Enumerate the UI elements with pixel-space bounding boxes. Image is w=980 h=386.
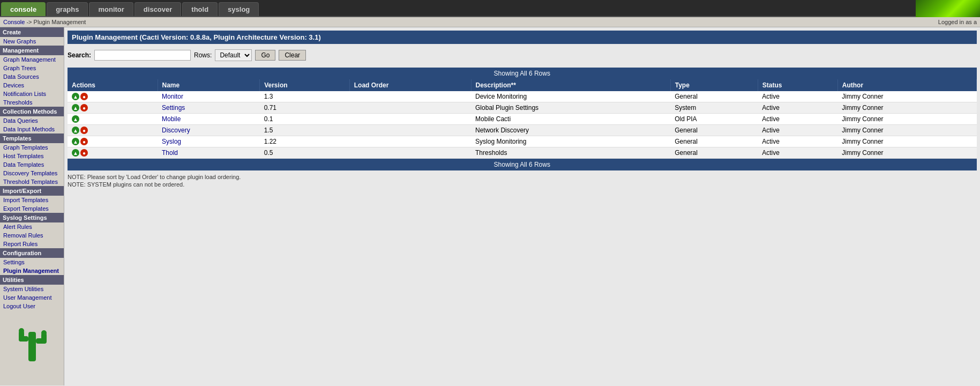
sidebar-item-import-templates[interactable]: Import Templates — [0, 196, 64, 204]
enable-icon[interactable]: ▲ — [72, 138, 79, 145]
action-icons: ▲ ● — [72, 149, 153, 157]
note-1: NOTE: Please sort by 'Load Order' to cha… — [68, 174, 977, 180]
tab-thold[interactable]: thold — [182, 2, 218, 16]
sidebar-item-graph-trees[interactable]: Graph Trees — [0, 64, 64, 72]
disable-icon[interactable]: ● — [80, 93, 88, 100]
row-status: Active — [758, 102, 837, 114]
sidebar-item-system-utilities[interactable]: System Utilities — [0, 285, 64, 293]
col-header-author: Author — [837, 79, 976, 91]
col-header-actions: Actions — [68, 79, 158, 91]
table-row: ▲ Mobile 0.1 Mobile Cacti Old PIA Active… — [68, 114, 977, 125]
row-name: Thold — [158, 147, 260, 159]
col-header-name[interactable]: Name — [158, 79, 260, 91]
sidebar-header-configuration: Configuration — [0, 248, 64, 258]
site-logo — [916, 0, 980, 17]
sidebar-item-alert-rules[interactable]: Alert Rules — [0, 222, 64, 231]
sidebar-item-removal-rules[interactable]: Removal Rules — [0, 231, 64, 240]
disable-icon[interactable]: ● — [80, 127, 88, 134]
breadcrumb-console[interactable]: Console — [3, 19, 25, 25]
plugin-link[interactable]: Monitor — [162, 93, 183, 100]
showing-row-bottom: Showing All 6 Rows — [68, 159, 977, 171]
row-name: Monitor — [158, 91, 260, 102]
action-icons: ▲ ● — [72, 138, 153, 145]
plugin-link[interactable]: Mobile — [162, 115, 181, 123]
showing-row-top: Showing All 6 Rows — [68, 68, 977, 79]
row-actions: ▲ ● — [68, 125, 158, 136]
action-icons: ▲ ● — [72, 127, 153, 134]
row-version: 1.22 — [260, 136, 350, 147]
row-actions: ▲ — [68, 114, 158, 125]
svg-rect-1 — [28, 332, 36, 348]
row-name: Settings — [158, 102, 260, 114]
tab-discover[interactable]: discover — [134, 2, 181, 16]
sidebar-item-report-rules[interactable]: Report Rules — [0, 240, 64, 248]
sidebar-item-data-sources[interactable]: Data Sources — [0, 72, 64, 81]
plugins-table: Showing All 6 Rows Actions Name Version … — [68, 68, 977, 170]
row-author: Jimmy Conner — [837, 136, 976, 147]
disable-icon[interactable]: ● — [80, 149, 88, 157]
tab-syslog[interactable]: syslog — [219, 2, 259, 16]
row-description: Global Plugin Settings — [471, 102, 670, 114]
cactus-icon — [13, 321, 51, 364]
sidebar-item-notification-lists[interactable]: Notification Lists — [0, 90, 64, 98]
row-status: Active — [758, 147, 837, 159]
enable-icon[interactable]: ▲ — [72, 93, 79, 100]
sidebar-item-host-templates[interactable]: Host Templates — [0, 152, 64, 160]
row-load-order — [349, 136, 471, 147]
notes-section: NOTE: Please sort by 'Load Order' to cha… — [68, 174, 977, 188]
disable-icon[interactable]: ● — [80, 138, 88, 145]
rows-select[interactable]: Default 10 20 50 100 — [215, 49, 252, 61]
sidebar-item-devices[interactable]: Devices — [0, 81, 64, 90]
sidebar-item-user-management[interactable]: User Management — [0, 293, 64, 302]
plugin-link[interactable]: Discovery — [162, 127, 190, 134]
sidebar-item-thresholds[interactable]: Thresholds — [0, 98, 64, 107]
clear-button[interactable]: Clear — [279, 50, 306, 61]
enable-icon[interactable]: ▲ — [72, 149, 79, 157]
enable-icon[interactable]: ▲ — [72, 104, 79, 112]
sidebar-item-logout-user[interactable]: Logout User — [0, 302, 64, 310]
enable-icon[interactable]: ▲ — [72, 127, 79, 134]
row-actions: ▲ ● — [68, 136, 158, 147]
row-load-order — [349, 91, 471, 102]
sidebar-header-management: Management — [0, 46, 64, 55]
tab-graphs[interactable]: graphs — [47, 2, 88, 16]
enable-icon[interactable]: ▲ — [72, 115, 79, 123]
go-button[interactable]: Go — [255, 50, 275, 61]
tab-monitor[interactable]: monitor — [89, 2, 133, 16]
sidebar-header-syslog: Syslog Settings — [0, 213, 64, 222]
row-author: Jimmy Conner — [837, 114, 976, 125]
sidebar-header-templates: Templates — [0, 133, 64, 143]
sidebar-item-graph-templates[interactable]: Graph Templates — [0, 143, 64, 152]
row-version: 0.1 — [260, 114, 350, 125]
sidebar-item-data-templates[interactable]: Data Templates — [0, 160, 64, 169]
sidebar-item-discovery-templates[interactable]: Discovery Templates — [0, 169, 64, 177]
row-type: General — [670, 125, 758, 136]
plugin-link[interactable]: Settings — [162, 104, 185, 112]
sidebar-item-plugin-management[interactable]: Plugin Management — [0, 266, 64, 275]
row-actions: ▲ ● — [68, 91, 158, 102]
disable-icon[interactable]: ● — [80, 104, 88, 112]
sidebar-item-threshold-templates[interactable]: Threshold Templates — [0, 177, 64, 186]
row-actions: ▲ ● — [68, 102, 158, 114]
tab-console[interactable]: console — [1, 2, 46, 16]
sidebar-item-export-templates[interactable]: Export Templates — [0, 204, 64, 213]
plugin-link[interactable]: Syslog — [162, 138, 181, 145]
col-header-description: Description** — [471, 79, 670, 91]
table-row: ▲ ● Syslog 1.22 Syslog Monitoring Genera… — [68, 136, 977, 147]
search-input[interactable] — [94, 50, 191, 61]
row-author: Jimmy Conner — [837, 125, 976, 136]
main-layout: Create New Graphs Management Graph Manag… — [0, 27, 980, 385]
col-header-load-order[interactable]: Load Order — [349, 79, 471, 91]
table-header-row: Actions Name Version Load Order Descript… — [68, 79, 977, 91]
action-icons: ▲ ● — [72, 93, 153, 100]
row-type: General — [670, 136, 758, 147]
sidebar-item-data-queries[interactable]: Data Queries — [0, 116, 64, 125]
logged-in-text: Logged in as a — [938, 19, 977, 25]
sidebar-item-new-graphs[interactable]: New Graphs — [0, 37, 64, 46]
plugin-link[interactable]: Thold — [162, 149, 178, 157]
sidebar-item-data-input-methods[interactable]: Data Input Methods — [0, 125, 64, 133]
sidebar-item-graph-management[interactable]: Graph Management — [0, 55, 64, 64]
row-name: Mobile — [158, 114, 260, 125]
sidebar-item-settings[interactable]: Settings — [0, 258, 64, 266]
breadcrumb-current: Plugin Management — [34, 19, 86, 25]
